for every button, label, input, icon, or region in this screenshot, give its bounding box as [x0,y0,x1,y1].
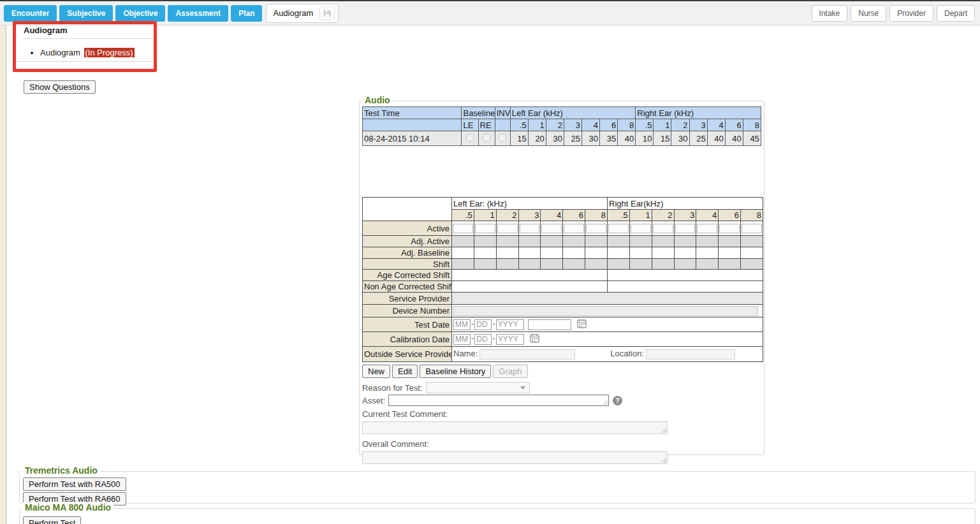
non-age-corrected-shift-left [452,281,608,293]
perform-test-ra500-button[interactable]: Perform Test with RA500 [23,477,126,491]
baseline-re-checkbox[interactable] [483,134,490,142]
adj-active-cell [719,236,741,247]
active-input[interactable] [475,224,495,233]
freq-header: 4 [707,119,725,131]
freq-header: 3 [689,119,707,131]
stage-provider-button[interactable]: Provider [889,5,933,22]
shift-cell [474,259,496,270]
nav-assessment-button[interactable]: Assessment [168,5,228,22]
nav-plan-button[interactable]: Plan [231,5,262,22]
active-input[interactable] [742,224,762,233]
shift-cell [629,259,652,270]
row-label-active: Active [363,221,452,236]
right-value: 10 [636,131,654,146]
active-input[interactable] [631,224,651,233]
active-input[interactable] [453,224,473,233]
shift-cell [696,259,719,270]
osp-location-input[interactable] [646,349,735,360]
shift-cell [563,259,585,270]
age-corrected-shift-right [608,270,763,281]
overall-comment-textarea[interactable] [362,451,668,464]
active-input[interactable] [520,224,540,233]
row-label-calibration-date: Calibration Date [363,332,452,347]
calendar-icon[interactable] [530,335,539,345]
row-label-outside-service-provider: Outside Service Provider [363,347,452,362]
freq-header: .5 [510,119,528,131]
show-questions-button[interactable]: Show Questions [24,80,96,94]
test-time-input[interactable] [528,319,571,330]
left-value: 30 [582,131,600,146]
row-label-age-corrected-shift: Age Corrected Shift [363,270,452,281]
active-input[interactable] [653,224,673,233]
calibration-month-input[interactable] [453,334,471,345]
adj-baseline-cell [696,247,719,259]
save-button[interactable] [319,6,335,20]
reason-for-test-select[interactable] [426,382,530,393]
active-input[interactable] [586,224,606,233]
adj-baseline-cell [474,247,496,259]
perform-test-button[interactable]: Perform Test [23,516,81,524]
current-test-comment-label: Current Test Comment: [362,409,764,419]
right-value: 25 [689,131,707,146]
active-input[interactable] [608,224,629,233]
history-col-le: LE [462,119,478,131]
osp-name-input[interactable] [479,349,575,360]
test-date-year-input[interactable] [496,319,524,330]
test-date-day-input[interactable] [474,319,492,330]
stage-intake-button[interactable]: Intake [812,5,848,22]
new-button[interactable]: New [362,365,390,378]
shift-cell [719,259,741,270]
current-test-comment-textarea[interactable] [362,421,668,434]
adj-active-cell [674,236,696,247]
calibration-year-input[interactable] [496,334,524,345]
help-icon[interactable]: ? [613,396,622,405]
baseline-le-checkbox[interactable] [466,134,474,142]
edit-button[interactable]: Edit [392,365,418,378]
adj-active-cell [741,236,763,247]
adj-active-cell [518,236,541,247]
active-input[interactable] [697,224,717,233]
freq-header: 8 [743,119,761,131]
stage-nurse-button[interactable]: Nurse [851,5,886,22]
freq-header: 2 [671,119,689,131]
freq-header: .5 [452,210,474,221]
adj-baseline-cell [719,247,741,259]
baseline-history-button[interactable]: Baseline History [420,365,491,378]
calendar-icon[interactable] [577,321,587,330]
freq-header: 6 [600,119,618,131]
date-separator: - [492,333,495,343]
audio-action-buttons: New Edit Baseline History Graph [362,365,764,378]
maico-legend: Maico MA 800 Audio [22,502,113,513]
active-input[interactable] [564,224,584,233]
active-input[interactable] [675,224,696,233]
left-value: 30 [546,131,564,146]
active-input[interactable] [719,224,740,233]
stage-depart-button[interactable]: Depart [937,5,975,22]
freq-header: 1 [528,119,546,131]
device-number-input[interactable] [453,306,758,316]
age-corrected-shift-left [452,270,608,281]
asset-input[interactable] [388,395,609,406]
nav-encounter-button[interactable]: Encounter [4,5,57,22]
nav-subjective-button[interactable]: Subjective [59,5,113,22]
test-time-value: 08-24-2015 10:14 [363,131,462,146]
date-separator: - [492,319,495,328]
freq-header: 6 [719,210,741,221]
shift-cell [585,259,608,270]
tab-audiogram[interactable]: Audiogram [266,4,339,23]
test-date-month-input[interactable] [453,319,471,330]
row-label-adj-active: Adj. Active [363,236,452,247]
freq-header: .5 [636,119,654,131]
inv-checkbox[interactable] [499,134,506,142]
freq-header: 6 [725,119,743,131]
calibration-day-input[interactable] [474,334,492,345]
tab-audiogram-label: Audiogram [273,8,313,18]
baseline-re-cell [478,131,495,146]
right-value: 40 [707,131,725,146]
graph-button[interactable]: Graph [493,365,527,378]
osp-name-label: Name: [453,349,478,358]
active-input[interactable] [541,224,562,233]
nav-objective-button[interactable]: Objective [115,5,165,22]
active-input[interactable] [497,224,518,233]
freq-header: 8 [741,210,763,221]
